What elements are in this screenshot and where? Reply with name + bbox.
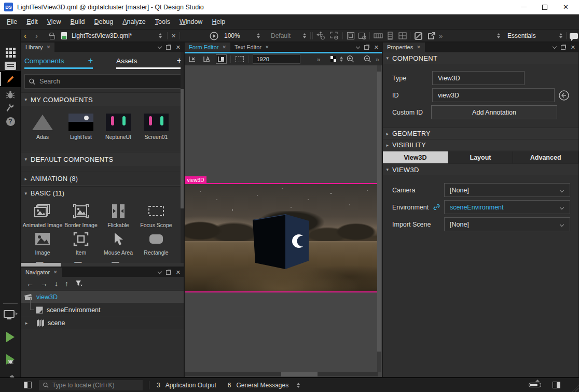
view3d-section-header[interactable]: ▾ VIEW3D <box>383 163 578 175</box>
basic-focus-scope[interactable]: Focus Scope <box>137 203 175 228</box>
menu-help[interactable]: Help <box>207 16 230 28</box>
menu-build[interactable]: Build <box>66 16 90 28</box>
component-section-header[interactable]: ▾ COMPONENT <box>383 52 578 64</box>
export-icon[interactable] <box>427 30 436 42</box>
help-mode-icon[interactable]: ? <box>0 115 21 128</box>
build-progress-indicator[interactable] <box>529 383 541 387</box>
id-reset-icon[interactable] <box>558 90 570 101</box>
menu-analyze[interactable]: Analyze <box>118 16 150 28</box>
library-vscrollbar[interactable] <box>181 52 184 263</box>
close-panel-icon[interactable]: ✕ <box>176 269 181 276</box>
close-icon[interactable]: ✕ <box>47 45 51 50</box>
zoom-level[interactable]: 100% <box>224 30 240 42</box>
float-panel-icon[interactable] <box>364 45 369 50</box>
my-components-header[interactable]: ▾ MY COMPONENTS <box>21 92 184 106</box>
zoom-in-icon[interactable] <box>347 55 355 63</box>
canvas-hscrollbar[interactable] <box>185 372 378 376</box>
close-panel-icon[interactable]: ✕ <box>374 44 379 51</box>
basic-flickable[interactable]: Flickable <box>99 203 137 228</box>
column-layout-icon[interactable] <box>387 30 393 42</box>
menu-edit[interactable]: Edit <box>22 16 43 28</box>
welcome-mode-icon[interactable] <box>0 46 21 59</box>
close-icon[interactable]: ✕ <box>265 45 269 50</box>
fe-overflow-icon-2[interactable]: » <box>376 55 379 63</box>
component-lighttest[interactable]: LightTest <box>62 114 100 140</box>
locator-field[interactable] <box>39 380 143 390</box>
form-editor-canvas[interactable]: view3D <box>185 65 378 373</box>
filter-icon[interactable] <box>75 280 82 287</box>
id-value[interactable]: view3D <box>432 88 555 102</box>
menu-window[interactable]: Window <box>175 16 207 28</box>
general-messages-count[interactable]: 6 <box>228 382 231 389</box>
general-messages-button[interactable]: General Messages <box>236 382 288 389</box>
menu-file[interactable]: File <box>2 16 22 28</box>
basic-border-image[interactable]: Border Image <box>62 203 100 228</box>
form-editor-tab[interactable]: Form Editor✕ <box>185 43 230 52</box>
float-panel-icon[interactable] <box>166 45 171 50</box>
app-output-button[interactable]: Application Output <box>166 382 216 389</box>
chevron-down-icon[interactable] <box>158 269 162 273</box>
open-document-name[interactable]: LightTestView3D.qml* <box>72 30 132 42</box>
snapshot-icon[interactable] <box>358 30 366 42</box>
minimize-icon[interactable] <box>521 7 527 8</box>
chevron-down-icon[interactable] <box>356 44 360 48</box>
close-panel-icon[interactable]: ✕ <box>571 44 575 51</box>
toolbar-overflow-icon[interactable]: » <box>439 30 443 42</box>
close-icon[interactable]: ✕ <box>417 45 421 50</box>
feedback-icon[interactable] <box>570 30 578 42</box>
close-icon[interactable]: ✕ <box>563 4 569 10</box>
basic-group-header[interactable]: ▾ BASIC (11) <box>21 186 184 200</box>
float-panel-icon[interactable] <box>166 270 171 275</box>
move-right-icon[interactable]: → <box>40 279 48 288</box>
tree-item-view3d[interactable]: view3D <box>21 291 184 303</box>
strip-layout-icon[interactable] <box>374 30 383 42</box>
component-neptuneui[interactable]: NeptuneUI <box>100 114 137 140</box>
add-component-button[interactable]: + <box>88 56 93 65</box>
style-selector[interactable]: Default <box>271 30 291 42</box>
maximize-icon[interactable] <box>542 5 547 10</box>
canvas-vscrollbar[interactable] <box>377 65 381 372</box>
zoom-out-icon[interactable] <box>364 55 372 63</box>
basic-rectangle[interactable]: Rectangle <box>137 232 175 256</box>
timeline-move-icon[interactable] <box>316 30 325 42</box>
fe-overflow-icon[interactable]: » <box>316 55 320 63</box>
library-tab[interactable]: Library✕ <box>21 43 54 52</box>
collapsed-icon[interactable]: ▸ <box>22 320 31 326</box>
float-panel-icon[interactable] <box>561 45 566 50</box>
type-value[interactable]: View3D <box>432 71 525 85</box>
animation-group-header[interactable]: ▸ ANIMATION (8) <box>21 172 184 186</box>
move-down-icon[interactable]: ↓ <box>54 279 58 288</box>
run-preview-icon[interactable] <box>210 30 218 42</box>
toggle-left-sidebar-icon[interactable] <box>24 382 32 388</box>
binding-link-icon[interactable] <box>433 203 440 211</box>
component-screen01[interactable]: Screen01 <box>137 114 175 140</box>
app-output-count[interactable]: 3 <box>157 382 160 389</box>
snapping-icon[interactable] <box>216 54 227 64</box>
chevron-down-icon[interactable] <box>158 44 162 48</box>
run-button[interactable] <box>0 330 21 344</box>
grid-layout-icon[interactable] <box>398 30 407 42</box>
annotation-edit-icon[interactable] <box>414 30 423 42</box>
perspective-spinner[interactable] <box>497 30 500 42</box>
perspective-spinner-2[interactable] <box>559 30 562 42</box>
snapping-anchors-icon[interactable] <box>202 54 213 64</box>
fe-spinner[interactable] <box>340 57 343 62</box>
root-width-input[interactable] <box>253 54 300 64</box>
navigator-tab[interactable]: Navigator✕ <box>21 268 62 277</box>
lock-icon[interactable] <box>50 30 55 42</box>
text-editor-tab[interactable]: Text Editor✕ <box>230 43 273 52</box>
menu-tools[interactable]: Tools <box>150 16 175 28</box>
tab-view3d[interactable]: View3D <box>383 151 448 163</box>
environment-dropdown[interactable]: sceneEnvironment <box>444 200 570 214</box>
visibility-section-header[interactable]: ▸ VISIBILITY <box>383 139 578 150</box>
document-spinner[interactable] <box>159 30 162 42</box>
background-toggle-icon[interactable] <box>330 56 337 62</box>
add-annotation-button[interactable]: Add Annotation <box>431 105 557 119</box>
close-panel-icon[interactable]: ✕ <box>176 44 181 51</box>
close-icon[interactable]: ✕ <box>222 45 226 50</box>
tree-item-scene[interactable]: ▸ scene <box>21 317 184 329</box>
default-components-header[interactable]: ▾ DEFAULT COMPONENTS <box>21 152 184 166</box>
basic-animated-image[interactable]: Animated Image <box>23 203 62 228</box>
style-spinner[interactable] <box>303 30 306 42</box>
tab-advanced[interactable]: Advanced <box>513 151 578 163</box>
